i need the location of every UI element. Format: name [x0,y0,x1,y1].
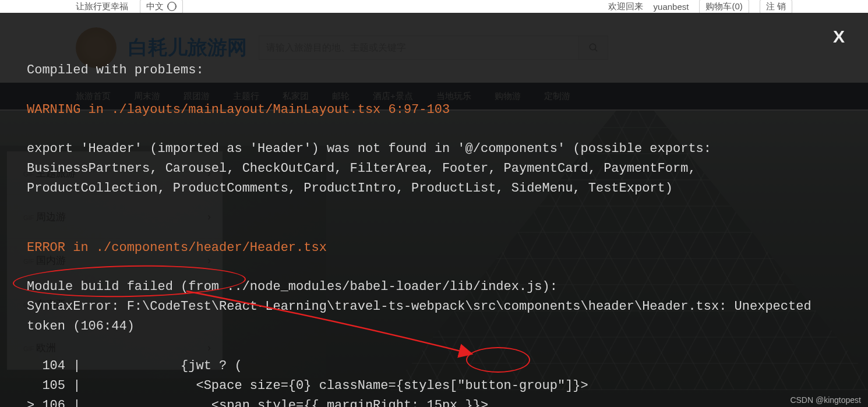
slogan: 让旅行更幸福 [76,1,128,12]
close-button[interactable]: X [833,23,845,50]
cart-button[interactable]: 购物车(0) [699,0,749,14]
logout-button[interactable]: 注 销 [760,0,792,14]
language-label: 中文 [146,1,164,12]
error-body-2: SyntaxError: F:\CodeTest\React-Learning\… [27,299,819,334]
error-heading: ERROR in ./components/header/Header.tsx [27,240,327,255]
globe-icon [167,2,177,11]
code-line-106: > 106 | <span style={{ marginRight: 15px… [27,398,488,407]
compiled-heading: Compiled with problems: [27,63,204,77]
warning-heading: WARNING in ./layouts/mainLayout/MainLayo… [27,102,450,117]
code-line-104: 104 | {jwt ? ( [27,359,242,373]
top-bar: 让旅行更幸福 中文 欢迎回来 yuanbest 购物车(0) 注 销 [0,0,868,13]
welcome-text: 欢迎回来 [608,1,643,12]
webpack-error-overlay: X Compiled with problems: WARNING in ./l… [0,13,868,407]
watermark: CSDN @kingtopest [790,395,861,405]
warning-body: export 'Header' (imported as 'Header') w… [27,141,719,196]
username-text: yuanbest [654,2,689,12]
code-line-105: 105 | <Space size={0} className={styles[… [27,378,588,393]
error-body-1: Module build failed (from ../node_module… [27,279,558,294]
language-selector[interactable]: 中文 [140,0,183,14]
